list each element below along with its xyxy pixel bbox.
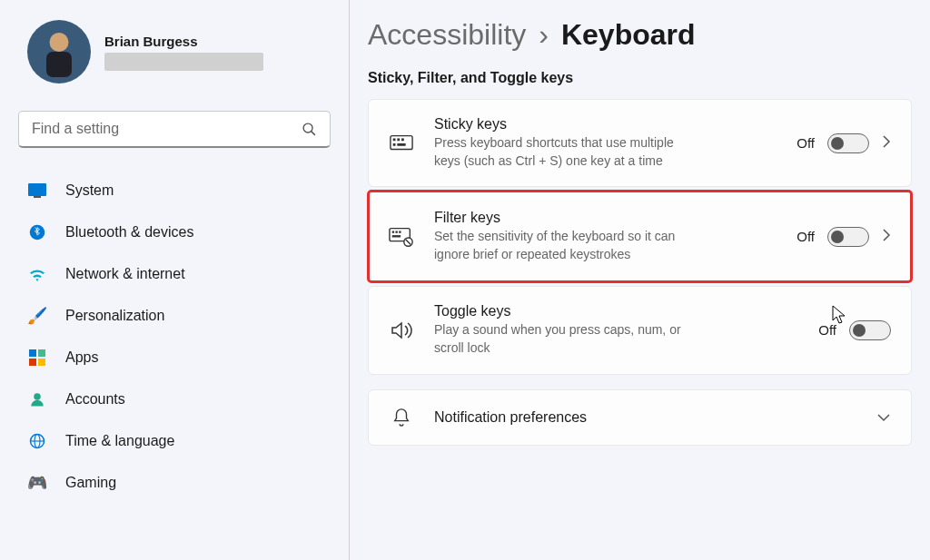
- svg-rect-7: [29, 359, 36, 366]
- sidebar-item-network[interactable]: Network & internet: [18, 253, 331, 295]
- sidebar-item-apps[interactable]: Apps: [18, 337, 331, 378]
- breadcrumb: Accessibility › Keyboard: [368, 18, 912, 52]
- search-box[interactable]: [18, 111, 331, 148]
- content-area: Accessibility › Keyboard Sticky, Filter,…: [350, 0, 930, 560]
- card-controls: Off: [796, 227, 891, 247]
- card-title: Sticky keys: [434, 116, 777, 133]
- card-description: Play a sound when you press caps, num, o…: [434, 321, 698, 357]
- card-toggle-keys[interactable]: Toggle keys Play a sound when you press …: [368, 286, 912, 374]
- bluetooth-icon: [27, 222, 47, 242]
- profile-text: Brian Burgess: [104, 34, 263, 71]
- sidebar-item-bluetooth[interactable]: Bluetooth & devices: [18, 211, 331, 253]
- keyboard-filter-icon: [389, 227, 414, 247]
- svg-rect-22: [399, 231, 401, 232]
- sticky-keys-toggle[interactable]: [827, 133, 869, 153]
- nav-label: Personalization: [65, 308, 164, 324]
- settings-cards: Sticky keys Press keyboard shortcuts tha…: [368, 99, 912, 446]
- avatar: [27, 20, 91, 84]
- svg-rect-14: [393, 138, 396, 141]
- card-filter-keys[interactable]: Filter keys Set the sensitivity of the k…: [368, 191, 912, 282]
- globe-icon: [27, 431, 47, 451]
- svg-rect-3: [34, 196, 41, 198]
- svg-rect-13: [391, 135, 412, 149]
- sidebar-item-gaming[interactable]: 🎮 Gaming: [18, 462, 331, 504]
- search-icon: [302, 122, 317, 137]
- profile-email-redacted: [104, 53, 263, 71]
- person-icon: [27, 389, 47, 409]
- speaker-icon: [389, 320, 414, 340]
- card-description: Set the sensitivity of the keyboard so i…: [434, 228, 698, 263]
- display-icon: [27, 181, 47, 201]
- nav-label: Accounts: [65, 391, 125, 408]
- paintbrush-icon: 🖌️: [27, 306, 47, 326]
- gamepad-icon: 🎮: [27, 473, 47, 493]
- chevron-right-icon[interactable]: [882, 228, 891, 246]
- svg-rect-15: [397, 138, 400, 141]
- nav-list: System Bluetooth & devices Network & int…: [18, 170, 331, 504]
- card-title: Filter keys: [434, 210, 777, 226]
- profile-name: Brian Burgess: [104, 34, 263, 49]
- sidebar-item-personalization[interactable]: 🖌️ Personalization: [18, 295, 331, 337]
- profile-block[interactable]: Brian Burgess: [27, 20, 331, 84]
- card-title: Toggle keys: [434, 303, 798, 319]
- breadcrumb-parent[interactable]: Accessibility: [368, 18, 526, 52]
- filter-keys-toggle[interactable]: [827, 227, 869, 247]
- sidebar: Brian Burgess System Bluetooth & devices…: [0, 0, 350, 560]
- nav-label: System: [65, 182, 114, 199]
- sidebar-item-accounts[interactable]: Accounts: [18, 378, 331, 420]
- keyboard-icon: [389, 134, 414, 152]
- svg-rect-2: [28, 183, 46, 196]
- chevron-right-icon: ›: [539, 18, 549, 52]
- bell-icon: [389, 407, 414, 428]
- svg-line-1: [312, 131, 315, 134]
- svg-rect-17: [393, 143, 396, 146]
- card-controls: [876, 409, 891, 426]
- card-body: Sticky keys Press keyboard shortcuts tha…: [434, 116, 777, 170]
- nav-label: Apps: [65, 349, 98, 366]
- nav-label: Bluetooth & devices: [65, 224, 193, 241]
- card-title: Notification preferences: [434, 409, 856, 426]
- nav-label: Gaming: [65, 475, 116, 491]
- section-heading: Sticky, Filter, and Toggle keys: [368, 70, 912, 86]
- apps-icon: [27, 348, 47, 368]
- card-body: Notification preferences: [434, 409, 856, 426]
- svg-rect-6: [38, 349, 45, 357]
- card-body: Toggle keys Play a sound when you press …: [434, 303, 798, 357]
- svg-rect-20: [392, 231, 394, 232]
- svg-rect-8: [38, 359, 45, 366]
- svg-rect-5: [29, 349, 36, 357]
- sidebar-item-time-language[interactable]: Time & language: [18, 420, 331, 462]
- chevron-right-icon[interactable]: [882, 134, 891, 152]
- toggle-keys-toggle[interactable]: [849, 320, 891, 340]
- card-sticky-keys[interactable]: Sticky keys Press keyboard shortcuts tha…: [368, 99, 912, 187]
- chevron-down-icon[interactable]: [876, 409, 891, 426]
- toggle-state-label: Off: [818, 322, 836, 338]
- card-body: Filter keys Set the sensitivity of the k…: [434, 210, 777, 263]
- nav-label: Time & language: [65, 433, 174, 449]
- svg-rect-21: [395, 231, 397, 232]
- svg-point-9: [34, 393, 41, 400]
- nav-label: Network & internet: [65, 266, 185, 282]
- svg-rect-16: [401, 138, 404, 141]
- svg-point-0: [303, 123, 312, 133]
- page-title: Keyboard: [561, 18, 696, 52]
- card-description: Press keyboard shortcuts that use multip…: [434, 134, 698, 170]
- toggle-state-label: Off: [796, 229, 815, 244]
- svg-rect-18: [397, 143, 405, 146]
- card-controls: Off: [796, 133, 891, 153]
- card-notification-preferences[interactable]: Notification preferences: [368, 389, 912, 446]
- toggle-state-label: Off: [796, 135, 815, 151]
- svg-rect-23: [392, 235, 401, 237]
- wifi-icon: [27, 264, 47, 284]
- search-input[interactable]: [32, 121, 302, 137]
- sidebar-item-system[interactable]: System: [18, 170, 331, 211]
- card-controls: Off: [818, 320, 891, 340]
